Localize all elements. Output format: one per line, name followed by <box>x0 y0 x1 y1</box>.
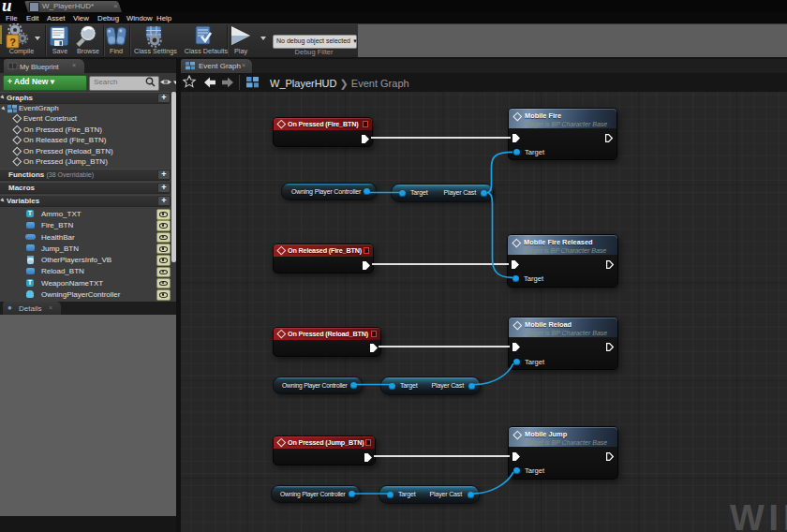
svg-text:WIDGET: WIDGET <box>730 497 787 532</box>
svg-text:?: ? <box>9 37 16 48</box>
